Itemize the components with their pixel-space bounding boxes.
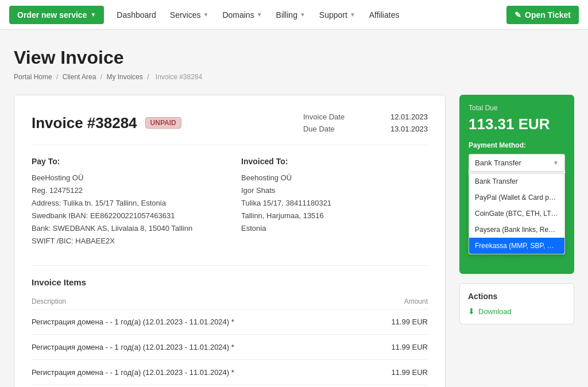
payment-option-freekassa[interactable]: Freekassa (MMP, SBP, Qiwi, FKwallet, IOm… bbox=[469, 238, 564, 254]
invoiced-to-country: Estonia bbox=[241, 222, 428, 235]
row-description: Регистрация домена - - 1 год(а) (12.01.2… bbox=[32, 385, 368, 387]
download-label: Download bbox=[478, 307, 512, 316]
invoice-dates: Invoice Date 12.01.2023 Due Date 13.01.2… bbox=[303, 113, 428, 133]
download-link[interactable]: ⬇ Download bbox=[468, 307, 566, 316]
payment-option-paypal[interactable]: PayPal (Wallet & Card payments) bbox=[469, 189, 564, 206]
ticket-icon: ✎ bbox=[514, 10, 521, 20]
actions-title: Actions bbox=[468, 292, 566, 301]
row-amount: 11.99 EUR bbox=[368, 334, 428, 359]
nav-affiliates-label: Affiliates bbox=[369, 10, 400, 20]
actions-section: Actions ⬇ Download bbox=[459, 283, 574, 324]
invoice-date-label: Invoice Date bbox=[303, 113, 372, 121]
pay-to-swift: SWIFT /BIC: HABAEE2X bbox=[32, 235, 218, 247]
pay-to-block: Pay To: BeeHosting OÜ Reg. 12475122 Addr… bbox=[32, 157, 218, 248]
reference-number-text: Reference Number: 38284 bbox=[469, 258, 565, 265]
invoiced-to-city: Tallinn, Harjumaa, 13516 bbox=[241, 210, 428, 222]
breadcrumb-client-area[interactable]: Client Area bbox=[63, 73, 96, 81]
nav-billing-label: Billing bbox=[276, 10, 297, 20]
invoice-items-section: Invoice Items Description Amount Регистр… bbox=[32, 277, 428, 387]
invoice-panel: Invoice #38284 UNPAID Invoice Date 12.01… bbox=[14, 95, 446, 387]
invoice-number: Invoice #38284 bbox=[32, 114, 137, 132]
open-ticket-button[interactable]: ✎ Open Ticket bbox=[506, 6, 579, 24]
invoiced-to-block: Invoiced To: Beehosting OÜ Igor Shats Tu… bbox=[241, 157, 428, 248]
nav-domains[interactable]: Domains ▼ bbox=[216, 6, 268, 24]
order-new-service-button[interactable]: Order new service ▼ bbox=[9, 6, 104, 24]
open-ticket-label: Open Ticket bbox=[525, 10, 571, 20]
row-amount: 11.99 EUR bbox=[368, 359, 428, 385]
page-title: View Invoice bbox=[14, 47, 574, 68]
row-description: Регистрация домена - - 1 год(а) (12.01.2… bbox=[32, 334, 368, 359]
payment-dropdown-menu: Bank Transfer PayPal (Wallet & Card paym… bbox=[469, 173, 565, 254]
invoice-layout: Invoice #38284 UNPAID Invoice Date 12.01… bbox=[14, 95, 574, 387]
payment-selected-value: Bank Transfer bbox=[475, 158, 521, 167]
invoice-items-table: Description Amount Регистрация домена - … bbox=[32, 294, 428, 387]
invoiced-to-title: Invoiced To: bbox=[241, 157, 428, 166]
invoice-items-title: Invoice Items bbox=[32, 277, 428, 287]
invoiced-to-name: Igor Shats bbox=[241, 184, 428, 197]
billing-caret-icon: ▼ bbox=[300, 11, 305, 18]
row-amount: 11.99 EUR bbox=[368, 309, 428, 334]
due-date-value: 13.01.2023 bbox=[390, 125, 428, 133]
pay-to-bank: Bank: SWEDBANK AS, Liivalaia 8, 15040 Ta… bbox=[32, 222, 218, 235]
payment-method-label: Payment Method: bbox=[469, 141, 565, 149]
table-row: Регистрация домена - - 1 год(а) (12.01.2… bbox=[32, 309, 428, 334]
breadcrumb-current: Invoice #38284 bbox=[156, 73, 202, 81]
breadcrumb-portal-home[interactable]: Portal Home bbox=[14, 73, 52, 81]
download-icon: ⬇ bbox=[468, 307, 475, 316]
due-date-label: Due Date bbox=[303, 125, 372, 133]
payment-option-bank-transfer[interactable]: Bank Transfer bbox=[469, 173, 564, 189]
nav-support-label: Support bbox=[319, 10, 347, 20]
nav-domains-label: Domains bbox=[222, 10, 254, 20]
total-due-label: Total Due bbox=[469, 104, 565, 112]
order-btn-label: Order new service bbox=[17, 10, 87, 20]
row-description: Регистрация домена - - 1 год(а) (12.01.2… bbox=[32, 359, 368, 385]
payment-method-selector[interactable]: Bank Transfer ▼ Bank Transfer PayPal (Wa… bbox=[469, 154, 565, 254]
nav-affiliates[interactable]: Affiliates bbox=[363, 6, 405, 24]
breadcrumb: Portal Home / Client Area / My Invoices … bbox=[14, 73, 574, 81]
table-row: Регистрация домена - - 1 год(а) (12.01.2… bbox=[32, 359, 428, 385]
table-row: Регистрация домена - - 1 год(а) (12.01.2… bbox=[32, 385, 428, 387]
pay-to-company: BeeHosting OÜ bbox=[32, 172, 218, 184]
services-caret-icon: ▼ bbox=[203, 11, 209, 18]
col-description: Description bbox=[32, 294, 368, 309]
pay-to-title: Pay To: bbox=[32, 157, 218, 166]
total-due-card: Total Due 113.31 EUR Payment Method: Ban… bbox=[459, 95, 574, 274]
col-amount: Amount bbox=[368, 294, 428, 309]
domains-caret-icon: ▼ bbox=[257, 11, 262, 18]
main-content: View Invoice Portal Home / Client Area /… bbox=[0, 30, 588, 387]
invoice-sidebar: Total Due 113.31 EUR Payment Method: Ban… bbox=[459, 95, 574, 324]
navbar: Order new service ▼ Dashboard Services ▼… bbox=[0, 0, 588, 30]
table-row: Регистрация домена - - 1 год(а) (12.01.2… bbox=[32, 334, 428, 359]
payment-select-display[interactable]: Bank Transfer ▼ bbox=[469, 154, 565, 172]
support-caret-icon: ▼ bbox=[350, 11, 355, 18]
order-btn-caret-icon: ▼ bbox=[90, 11, 96, 18]
total-due-amount: 113.31 EUR bbox=[469, 115, 565, 133]
nav-dashboard[interactable]: Dashboard bbox=[111, 6, 162, 24]
select-arrow-icon: ▼ bbox=[553, 160, 559, 166]
address-section: Pay To: BeeHosting OÜ Reg. 12475122 Addr… bbox=[32, 157, 428, 248]
payment-option-coingate[interactable]: CoinGate (BTC, ETH, LTC, XRP & many othe… bbox=[469, 206, 564, 222]
invoiced-to-address: Tulika 15/17, 38411180321 bbox=[241, 197, 428, 210]
pay-to-iban: Swedbank IBAN: EE862200221057463631 bbox=[32, 210, 218, 222]
invoiced-to-company: Beehosting OÜ bbox=[241, 172, 428, 184]
nav-billing[interactable]: Billing ▼ bbox=[270, 6, 311, 24]
breadcrumb-my-invoices[interactable]: My Invoices bbox=[106, 73, 142, 81]
nav-support[interactable]: Support ▼ bbox=[314, 6, 361, 24]
pay-to-address: Address: Tulika tn. 15/17 Tallinn, Eston… bbox=[32, 197, 218, 210]
payment-option-paysera[interactable]: Paysera (Bank links, Revolut, Trustly, D… bbox=[469, 222, 564, 238]
row-description: Регистрация домена - - 1 год(а) (12.01.2… bbox=[32, 309, 368, 334]
unpaid-badge: UNPAID bbox=[145, 117, 181, 129]
nav-dashboard-label: Dashboard bbox=[117, 10, 156, 20]
invoice-date-value: 12.01.2023 bbox=[390, 113, 428, 121]
row-amount: 11.99 EUR bbox=[368, 385, 428, 387]
pay-to-reg: Reg. 12475122 bbox=[32, 184, 218, 197]
nav-services-label: Services bbox=[170, 10, 201, 20]
nav-services[interactable]: Services ▼ bbox=[164, 6, 215, 24]
